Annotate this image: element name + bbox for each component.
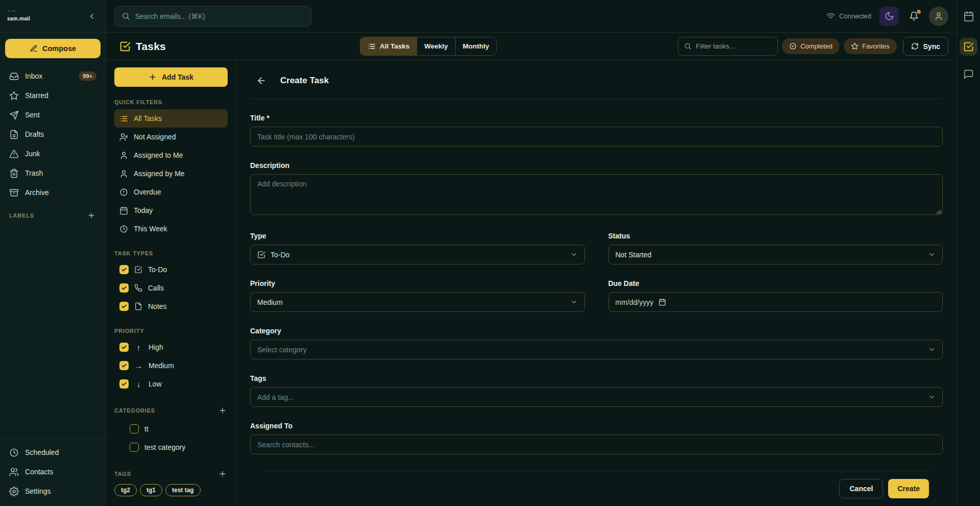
quick-filter-overdue[interactable]: Overdue bbox=[114, 183, 228, 201]
add-label-button[interactable] bbox=[86, 210, 96, 221]
chip-label: Favorites bbox=[862, 42, 889, 50]
category-label: tt bbox=[144, 425, 149, 433]
priority-low[interactable]: ↓ Low bbox=[114, 375, 228, 393]
sidebar-item-sent[interactable]: Sent bbox=[4, 105, 102, 125]
logo-mark: ⌒⌒ bbox=[7, 11, 30, 15]
search-icon bbox=[121, 12, 130, 20]
medium-priority-checkbox[interactable] bbox=[119, 361, 129, 370]
rail-slot-calendar bbox=[961, 0, 977, 33]
sidebar-item-label: Trash bbox=[25, 169, 43, 177]
topbar-right: Connected bbox=[826, 7, 948, 26]
tag-chip-tg1[interactable]: tg1 bbox=[140, 484, 162, 496]
tab-all-tasks[interactable]: All Tasks bbox=[360, 37, 417, 55]
tag-chip-tg2[interactable]: tg2 bbox=[114, 484, 137, 496]
description-textarea[interactable] bbox=[250, 174, 943, 215]
sidebar-item-label: Junk bbox=[25, 150, 40, 158]
notes-checkbox[interactable] bbox=[119, 302, 129, 311]
inbox-unread-badge: 99+ bbox=[79, 71, 96, 81]
type-status-row: Type To-Do bbox=[250, 232, 943, 264]
tags-field-group: Tags Add a tag... bbox=[250, 374, 943, 407]
rail-calendar-button[interactable] bbox=[961, 8, 977, 25]
compose-button[interactable]: Compose bbox=[5, 39, 101, 58]
category-checkbox[interactable] bbox=[130, 443, 139, 452]
task-type-calls[interactable]: Calls bbox=[114, 279, 228, 297]
sidebar-item-inbox[interactable]: Inbox 99+ bbox=[4, 66, 102, 86]
sidebar-item-settings[interactable]: Settings bbox=[4, 481, 102, 501]
tag-chip-test-tag[interactable]: test tag bbox=[165, 484, 201, 496]
task-type-notes[interactable]: Notes bbox=[114, 297, 228, 316]
due-date-label: Due Date bbox=[608, 279, 943, 287]
type-select[interactable]: To-Do bbox=[250, 245, 585, 264]
category-select[interactable]: Select category bbox=[250, 340, 943, 359]
category-checkbox[interactable] bbox=[130, 424, 139, 433]
task-type-todo[interactable]: To-Do bbox=[114, 260, 228, 279]
favorites-filter-chip[interactable]: Favorites bbox=[844, 38, 896, 54]
sidebar-item-drafts[interactable]: Drafts bbox=[4, 125, 102, 144]
sidebar-item-archive[interactable]: Archive bbox=[4, 183, 102, 202]
chevron-down-icon bbox=[928, 346, 936, 353]
quick-filter-not-assigned[interactable]: Not Assigned bbox=[114, 128, 228, 146]
tab-monthly[interactable]: Monthly bbox=[456, 37, 497, 55]
category-test-category[interactable]: test category bbox=[114, 438, 228, 456]
sync-button[interactable]: Sync bbox=[903, 37, 948, 56]
user-avatar-button[interactable] bbox=[929, 7, 948, 26]
status-select[interactable]: Not Started bbox=[608, 245, 943, 264]
add-tag-button[interactable] bbox=[217, 469, 228, 479]
create-button[interactable]: Create bbox=[888, 479, 929, 498]
theme-toggle-button[interactable] bbox=[879, 7, 899, 26]
due-date-input[interactable]: mm/dd/yyyy bbox=[608, 292, 943, 312]
quick-filter-all-tasks[interactable]: All Tasks bbox=[114, 109, 228, 128]
priority-header: PRIORITY bbox=[114, 328, 228, 334]
rail-tasks-button[interactable] bbox=[960, 38, 977, 56]
email-search-input[interactable] bbox=[135, 12, 304, 20]
filter-tasks-box[interactable] bbox=[678, 37, 778, 56]
tab-label: Weekly bbox=[424, 42, 448, 50]
sidebar-item-trash[interactable]: Trash bbox=[4, 163, 102, 183]
tab-weekly[interactable]: Weekly bbox=[417, 37, 455, 55]
filter-label: Today bbox=[134, 206, 153, 214]
back-button[interactable] bbox=[255, 75, 267, 87]
section-header-text: TASK TYPES bbox=[114, 250, 153, 256]
arrow-down-icon: ↓ bbox=[134, 380, 143, 389]
todo-checkbox[interactable] bbox=[119, 265, 129, 274]
quick-filter-assigned-to-me[interactable]: Assigned to Me bbox=[114, 146, 228, 164]
rail-chat-button[interactable] bbox=[961, 66, 976, 82]
sidebar-collapse-button[interactable] bbox=[85, 10, 99, 23]
due-date-field-group: Due Date mm/dd/yyyy bbox=[608, 279, 943, 312]
tags-input[interactable]: Add a tag... bbox=[250, 387, 943, 407]
plus-icon bbox=[87, 211, 95, 220]
add-task-button[interactable]: Add Task bbox=[114, 67, 228, 87]
task-title-input[interactable] bbox=[250, 127, 943, 147]
notifications-button[interactable] bbox=[907, 9, 921, 23]
cancel-button[interactable]: Cancel bbox=[839, 479, 883, 498]
chevron-down-icon bbox=[928, 251, 936, 258]
quick-filter-assigned-by-me[interactable]: Assigned by Me bbox=[114, 164, 228, 183]
assigned-to-input[interactable] bbox=[250, 435, 943, 454]
quick-filter-this-week[interactable]: This Week bbox=[114, 220, 228, 238]
labels-header-text: LABELS bbox=[9, 212, 34, 219]
sidebar-item-junk[interactable]: Junk bbox=[4, 144, 102, 163]
calls-checkbox[interactable] bbox=[119, 283, 129, 293]
category-field-group: Category Select category bbox=[250, 327, 943, 359]
plus-icon bbox=[218, 406, 227, 415]
priority-high[interactable]: ↑ High bbox=[114, 338, 228, 356]
filter-tasks-input[interactable] bbox=[696, 42, 772, 50]
sidebar-item-starred[interactable]: Starred bbox=[4, 86, 102, 105]
email-search-box[interactable] bbox=[114, 6, 311, 27]
low-priority-checkbox[interactable] bbox=[119, 379, 129, 389]
priority-medium[interactable]: → Medium bbox=[114, 356, 228, 375]
priority-select[interactable]: Medium bbox=[250, 292, 585, 312]
connection-status: Connected bbox=[826, 12, 871, 20]
completed-filter-chip[interactable]: Completed bbox=[782, 38, 840, 54]
quick-filter-today[interactable]: Today bbox=[114, 201, 228, 220]
star-icon bbox=[9, 91, 19, 101]
sidebar-item-scheduled[interactable]: Scheduled bbox=[4, 443, 102, 462]
category-tt[interactable]: tt bbox=[114, 420, 228, 438]
high-priority-checkbox[interactable] bbox=[119, 343, 129, 352]
users-icon bbox=[9, 467, 19, 477]
add-category-button[interactable] bbox=[217, 405, 228, 416]
tag-chip-row: tg2 tg1 test tag bbox=[114, 484, 228, 496]
labels-section-header: LABELS bbox=[0, 202, 106, 225]
sidebar-item-contacts[interactable]: Contacts bbox=[4, 462, 102, 481]
calendar-picker-icon[interactable] bbox=[658, 298, 666, 306]
